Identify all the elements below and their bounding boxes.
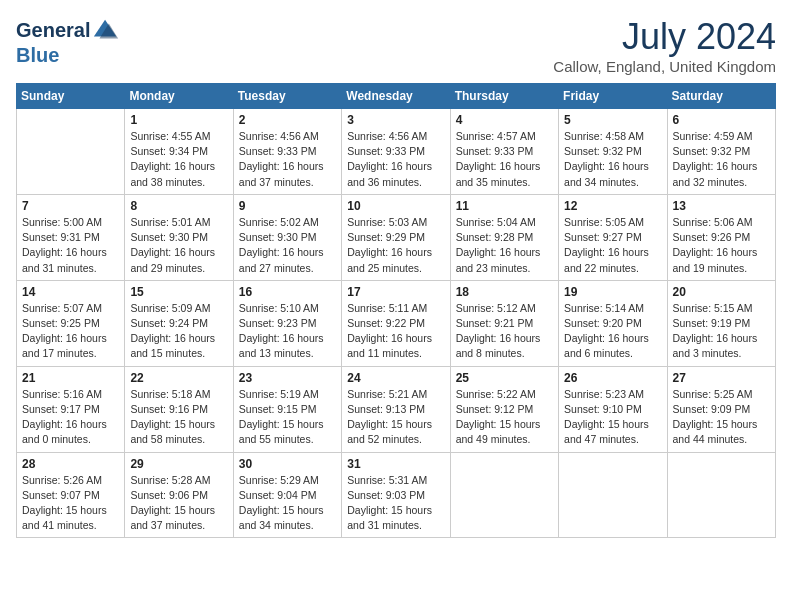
day-number: 15 bbox=[130, 285, 227, 299]
calendar-cell: 18Sunrise: 5:12 AM Sunset: 9:21 PM Dayli… bbox=[450, 280, 558, 366]
day-info: Sunrise: 4:59 AM Sunset: 9:32 PM Dayligh… bbox=[673, 129, 770, 190]
day-number: 30 bbox=[239, 457, 336, 471]
weekday-header: Tuesday bbox=[233, 84, 341, 109]
calendar-cell bbox=[17, 109, 125, 195]
calendar-cell bbox=[559, 452, 667, 538]
calendar-week-row: 14Sunrise: 5:07 AM Sunset: 9:25 PM Dayli… bbox=[17, 280, 776, 366]
day-info: Sunrise: 5:28 AM Sunset: 9:06 PM Dayligh… bbox=[130, 473, 227, 534]
logo-subtext: Blue bbox=[16, 44, 120, 66]
calendar-cell: 27Sunrise: 5:25 AM Sunset: 9:09 PM Dayli… bbox=[667, 366, 775, 452]
day-info: Sunrise: 5:03 AM Sunset: 9:29 PM Dayligh… bbox=[347, 215, 444, 276]
day-number: 6 bbox=[673, 113, 770, 127]
logo: General Blue bbox=[16, 16, 120, 66]
calendar-cell: 29Sunrise: 5:28 AM Sunset: 9:06 PM Dayli… bbox=[125, 452, 233, 538]
day-info: Sunrise: 4:57 AM Sunset: 9:33 PM Dayligh… bbox=[456, 129, 553, 190]
day-info: Sunrise: 5:09 AM Sunset: 9:24 PM Dayligh… bbox=[130, 301, 227, 362]
title-block: July 2024 Callow, England, United Kingdo… bbox=[553, 16, 776, 75]
day-info: Sunrise: 5:12 AM Sunset: 9:21 PM Dayligh… bbox=[456, 301, 553, 362]
day-info: Sunrise: 5:06 AM Sunset: 9:26 PM Dayligh… bbox=[673, 215, 770, 276]
calendar-cell: 16Sunrise: 5:10 AM Sunset: 9:23 PM Dayli… bbox=[233, 280, 341, 366]
day-info: Sunrise: 4:55 AM Sunset: 9:34 PM Dayligh… bbox=[130, 129, 227, 190]
day-number: 16 bbox=[239, 285, 336, 299]
calendar-cell: 2Sunrise: 4:56 AM Sunset: 9:33 PM Daylig… bbox=[233, 109, 341, 195]
calendar-week-row: 28Sunrise: 5:26 AM Sunset: 9:07 PM Dayli… bbox=[17, 452, 776, 538]
calendar-cell: 20Sunrise: 5:15 AM Sunset: 9:19 PM Dayli… bbox=[667, 280, 775, 366]
day-info: Sunrise: 5:31 AM Sunset: 9:03 PM Dayligh… bbox=[347, 473, 444, 534]
calendar-cell: 25Sunrise: 5:22 AM Sunset: 9:12 PM Dayli… bbox=[450, 366, 558, 452]
calendar-cell: 9Sunrise: 5:02 AM Sunset: 9:30 PM Daylig… bbox=[233, 194, 341, 280]
day-number: 17 bbox=[347, 285, 444, 299]
calendar-cell: 3Sunrise: 4:56 AM Sunset: 9:33 PM Daylig… bbox=[342, 109, 450, 195]
day-number: 11 bbox=[456, 199, 553, 213]
logo-icon bbox=[92, 16, 120, 44]
calendar-week-row: 21Sunrise: 5:16 AM Sunset: 9:17 PM Dayli… bbox=[17, 366, 776, 452]
calendar-cell: 4Sunrise: 4:57 AM Sunset: 9:33 PM Daylig… bbox=[450, 109, 558, 195]
day-number: 9 bbox=[239, 199, 336, 213]
day-number: 5 bbox=[564, 113, 661, 127]
calendar-cell: 5Sunrise: 4:58 AM Sunset: 9:32 PM Daylig… bbox=[559, 109, 667, 195]
calendar-cell: 31Sunrise: 5:31 AM Sunset: 9:03 PM Dayli… bbox=[342, 452, 450, 538]
day-number: 12 bbox=[564, 199, 661, 213]
day-info: Sunrise: 5:25 AM Sunset: 9:09 PM Dayligh… bbox=[673, 387, 770, 448]
day-number: 24 bbox=[347, 371, 444, 385]
calendar-cell: 10Sunrise: 5:03 AM Sunset: 9:29 PM Dayli… bbox=[342, 194, 450, 280]
day-number: 31 bbox=[347, 457, 444, 471]
location-label: Callow, England, United Kingdom bbox=[553, 58, 776, 75]
calendar-week-row: 1Sunrise: 4:55 AM Sunset: 9:34 PM Daylig… bbox=[17, 109, 776, 195]
day-number: 2 bbox=[239, 113, 336, 127]
calendar-cell: 21Sunrise: 5:16 AM Sunset: 9:17 PM Dayli… bbox=[17, 366, 125, 452]
day-info: Sunrise: 4:56 AM Sunset: 9:33 PM Dayligh… bbox=[347, 129, 444, 190]
calendar-cell: 26Sunrise: 5:23 AM Sunset: 9:10 PM Dayli… bbox=[559, 366, 667, 452]
calendar-cell: 1Sunrise: 4:55 AM Sunset: 9:34 PM Daylig… bbox=[125, 109, 233, 195]
day-number: 10 bbox=[347, 199, 444, 213]
calendar-cell: 11Sunrise: 5:04 AM Sunset: 9:28 PM Dayli… bbox=[450, 194, 558, 280]
day-info: Sunrise: 5:01 AM Sunset: 9:30 PM Dayligh… bbox=[130, 215, 227, 276]
day-info: Sunrise: 5:18 AM Sunset: 9:16 PM Dayligh… bbox=[130, 387, 227, 448]
day-number: 23 bbox=[239, 371, 336, 385]
day-info: Sunrise: 5:15 AM Sunset: 9:19 PM Dayligh… bbox=[673, 301, 770, 362]
calendar-cell: 19Sunrise: 5:14 AM Sunset: 9:20 PM Dayli… bbox=[559, 280, 667, 366]
calendar-cell: 22Sunrise: 5:18 AM Sunset: 9:16 PM Dayli… bbox=[125, 366, 233, 452]
page-header: General Blue July 2024 Callow, England, … bbox=[16, 16, 776, 75]
calendar-cell: 6Sunrise: 4:59 AM Sunset: 9:32 PM Daylig… bbox=[667, 109, 775, 195]
month-year-title: July 2024 bbox=[553, 16, 776, 58]
day-info: Sunrise: 5:02 AM Sunset: 9:30 PM Dayligh… bbox=[239, 215, 336, 276]
weekday-header: Saturday bbox=[667, 84, 775, 109]
day-info: Sunrise: 5:29 AM Sunset: 9:04 PM Dayligh… bbox=[239, 473, 336, 534]
day-number: 14 bbox=[22, 285, 119, 299]
weekday-header: Wednesday bbox=[342, 84, 450, 109]
day-info: Sunrise: 5:04 AM Sunset: 9:28 PM Dayligh… bbox=[456, 215, 553, 276]
day-number: 29 bbox=[130, 457, 227, 471]
day-info: Sunrise: 5:19 AM Sunset: 9:15 PM Dayligh… bbox=[239, 387, 336, 448]
day-info: Sunrise: 5:14 AM Sunset: 9:20 PM Dayligh… bbox=[564, 301, 661, 362]
day-info: Sunrise: 5:11 AM Sunset: 9:22 PM Dayligh… bbox=[347, 301, 444, 362]
day-number: 19 bbox=[564, 285, 661, 299]
calendar-cell bbox=[450, 452, 558, 538]
calendar-cell: 12Sunrise: 5:05 AM Sunset: 9:27 PM Dayli… bbox=[559, 194, 667, 280]
day-info: Sunrise: 5:23 AM Sunset: 9:10 PM Dayligh… bbox=[564, 387, 661, 448]
weekday-header: Monday bbox=[125, 84, 233, 109]
day-number: 25 bbox=[456, 371, 553, 385]
calendar-cell: 14Sunrise: 5:07 AM Sunset: 9:25 PM Dayli… bbox=[17, 280, 125, 366]
day-info: Sunrise: 5:07 AM Sunset: 9:25 PM Dayligh… bbox=[22, 301, 119, 362]
weekday-header: Sunday bbox=[17, 84, 125, 109]
day-number: 20 bbox=[673, 285, 770, 299]
calendar-table: SundayMondayTuesdayWednesdayThursdayFrid… bbox=[16, 83, 776, 538]
day-number: 13 bbox=[673, 199, 770, 213]
day-number: 18 bbox=[456, 285, 553, 299]
weekday-header: Friday bbox=[559, 84, 667, 109]
day-number: 21 bbox=[22, 371, 119, 385]
calendar-week-row: 7Sunrise: 5:00 AM Sunset: 9:31 PM Daylig… bbox=[17, 194, 776, 280]
calendar-cell: 8Sunrise: 5:01 AM Sunset: 9:30 PM Daylig… bbox=[125, 194, 233, 280]
day-info: Sunrise: 5:16 AM Sunset: 9:17 PM Dayligh… bbox=[22, 387, 119, 448]
calendar-cell: 13Sunrise: 5:06 AM Sunset: 9:26 PM Dayli… bbox=[667, 194, 775, 280]
day-info: Sunrise: 5:21 AM Sunset: 9:13 PM Dayligh… bbox=[347, 387, 444, 448]
calendar-cell: 7Sunrise: 5:00 AM Sunset: 9:31 PM Daylig… bbox=[17, 194, 125, 280]
calendar-cell: 28Sunrise: 5:26 AM Sunset: 9:07 PM Dayli… bbox=[17, 452, 125, 538]
day-number: 28 bbox=[22, 457, 119, 471]
day-number: 22 bbox=[130, 371, 227, 385]
calendar-cell: 24Sunrise: 5:21 AM Sunset: 9:13 PM Dayli… bbox=[342, 366, 450, 452]
weekday-header: Thursday bbox=[450, 84, 558, 109]
calendar-cell: 30Sunrise: 5:29 AM Sunset: 9:04 PM Dayli… bbox=[233, 452, 341, 538]
day-number: 27 bbox=[673, 371, 770, 385]
